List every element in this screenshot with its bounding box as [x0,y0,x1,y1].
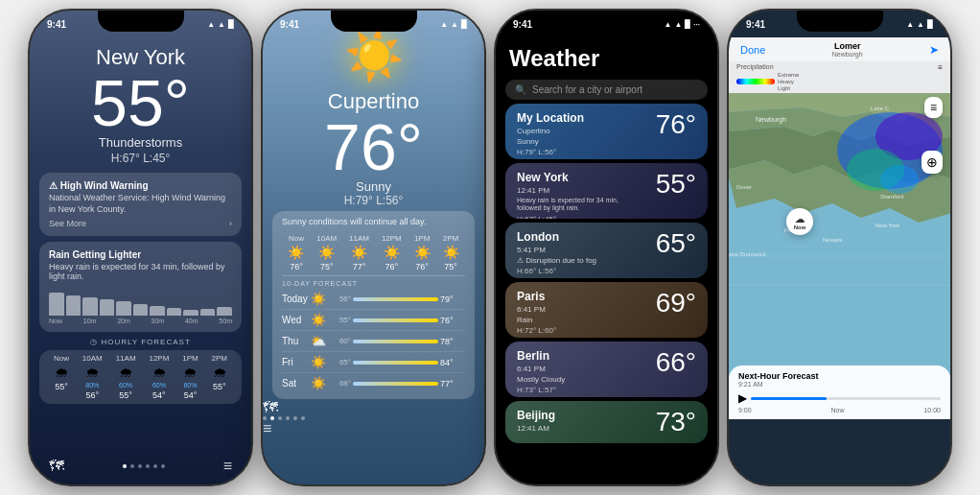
rain-chart [49,287,232,316]
forecast-row: Wed ☀️ 55° 76° [282,310,465,331]
phone1-content: New York 55° Thunderstorms H:67° L:45° ⚠… [30,11,251,484]
warning-card: ⚠ High Wind Warning National Weather Ser… [39,173,242,236]
chevron-right-icon: › [229,219,232,228]
map-header: Done Lomer Newburgh ➤ [729,37,950,61]
forecast-row: Fri ☀️ 65° 84° [282,352,465,373]
svg-text:New York: New York [875,223,900,228]
status-time-3: 9:41 [513,19,532,30]
map-area[interactable]: Newburgh Lake C. Dover Paterson Newark N… [729,93,950,419]
signal-icon-2: ▲ [440,20,448,29]
map-sublocation: Newburgh [832,51,863,58]
battery-icon-4: ▉ [927,20,933,29]
wifi-icon-2: ▲ [451,20,458,29]
rain-title: Rain Getting Lighter [49,249,232,260]
phone-new-york: 9:41 ▲ ▲ ▉ New York 55° Thunderstorms H:… [28,9,253,486]
status-icons-1: ▲ ▲ ▉ [207,20,234,29]
map-layers-button[interactable]: ⊕ [922,151,943,174]
rain-text: Heavy rain is expected for 34 min, follo… [49,262,232,281]
city-card-berlin[interactable]: Berlin 6:41 PM Mostly Cloudy 66° H:73° L… [505,342,708,397]
city-card-my-location[interactable]: My Location Cupertino Sunny 76° H:79° L:… [505,104,708,159]
precip-label: Precipitation [736,63,799,70]
phones-container: 9:41 ▲ ▲ ▉ New York 55° Thunderstorms H:… [20,1,960,494]
battery-icon-3: ▉ [685,20,690,29]
status-icons-3: ▲ ▲ ▉ ··· [664,20,700,29]
more-icon-3: ··· [693,20,700,29]
hourly-item: 2PM 🌧 55° [212,354,227,400]
svg-text:Stamford: Stamford [880,194,903,200]
status-bar-1: 9:41 ▲ ▲ ▉ [30,14,251,34]
navigation-icon[interactable]: ➤ [929,43,939,57]
page-dots-1 [123,464,165,468]
forecast-row: Sat ☀️ 68° 77° [282,373,465,393]
status-time-1: 9:41 [47,19,66,30]
hourly-row-1: Now 🌧 55° 10AM 🌧 80% 56° 11AM 🌧 60% 55° [39,350,242,404]
search-icon: 🔍 [515,84,526,95]
timeline-fill [751,397,827,400]
see-more[interactable]: See More › [49,219,232,228]
weather-list-title: Weather [496,37,717,76]
hourly-item: 11AM 🌧 60% 55° [116,354,136,400]
city-card-london[interactable]: London 5:41 PM ⚠ Disruption due to fog 6… [505,223,708,278]
precip-scale: Extreme Heavy Light [778,72,799,91]
hourly-label-1: ◷ HOURLY FORECAST [30,338,251,346]
map-controls: Precipitation Extreme Heavy Light ≡ [729,61,950,93]
city-card-new-york[interactable]: New York 12:41 PM Heavy rain is expected… [505,163,708,219]
timeline-progress-bar[interactable] [751,397,941,400]
timeline-labels: 9:00 Now 10:00 [738,407,941,413]
status-time-4: 9:41 [746,19,765,30]
battery-icon-1: ▉ [228,20,234,29]
map-layer-controls: ≡ [938,63,943,91]
battery-icon-2: ▉ [461,20,467,29]
map-done-button[interactable]: Done [740,44,765,56]
map-pin: ☁ Now [786,208,813,235]
hilo-2: H:79° L:56° [263,194,484,207]
map-icon-2[interactable]: 🗺 [263,399,278,415]
forecast-row: Thu ⛅ 60° 78° [282,331,465,352]
status-bar-2: 9:41 ▲ ▲ ▉ [263,14,484,34]
svg-text:Newark: Newark [823,237,843,243]
warning-text: National Weather Service: High Wind Warn… [49,193,232,215]
city-card-beijing[interactable]: Beijing 12:41 AM 73° [505,401,708,443]
svg-point-4 [880,165,919,194]
list-icon-1[interactable]: ≡ [223,458,232,475]
list-icon-2[interactable]: ≡ [263,420,271,436]
timeline-title: Next-Hour Forecast [738,371,819,381]
wifi-icon-3: ▲ [674,20,682,29]
hourly-scroll-2: Now ☀️ 76° 10AM ☀️ 75° 11AM ☀️ 77° [282,230,465,276]
rain-labels: Now10m20m30m40m50m [49,318,232,324]
rain-card: Rain Getting Lighter Heavy rain is expec… [39,242,242,332]
timeline-sub: 9:21 AM [738,381,819,388]
signal-icon-1: ▲ [207,20,215,29]
temp-1: 55° [30,70,251,135]
map-icon-1[interactable]: 🗺 [49,458,64,475]
city-card-paris[interactable]: Paris 6:41 PM Rain 69° H:72° L:60° [505,282,708,338]
map-list-button[interactable]: ≡ [924,97,943,118]
forecast-row: Today ☀️ 56° 79° [282,289,465,310]
condition-1: Thunderstorms [30,135,251,150]
phone4-content: Done Lomer Newburgh ➤ Precipitation Extr… [729,11,950,484]
wifi-icon-1: ▲ [218,20,225,29]
city-card-name: My Location [517,111,584,125]
status-icons-4: ▲ ▲ ▉ [906,20,933,29]
svg-text:Dover: Dover [736,184,752,190]
timeline-track[interactable]: ▶ [738,391,941,405]
hourly-item: 10AM 🌧 80% 56° [82,354,103,400]
search-placeholder: Search for a city or airport [532,84,642,95]
page-dots-2 [263,416,484,420]
bottom-bar-1: 🗺 ≡ [30,458,251,475]
daily-card: Sunny conditions will continue all day. … [272,211,475,399]
map-location: Lomer [834,41,861,51]
signal-icon-4: ▲ [906,20,914,29]
phone2-content: ☀️ Cupertino 76° Sunny H:79° L:56° Sunny… [263,11,484,484]
play-icon[interactable]: ▶ [738,391,747,405]
hourly-item: 1PM 🌧 60% 54° [182,354,198,400]
phone3-content: Weather 🔍 Search for a city or airport M… [496,11,717,484]
sun-icon-big: ☀️ [263,28,484,83]
hourly-item: Now 🌧 55° [54,354,69,400]
status-icons-2: ▲ ▲ ▉ [440,20,467,29]
wifi-icon-4: ▲ [917,20,924,29]
svg-text:Newburgh: Newburgh [756,116,786,124]
status-bar-4: 9:41 ▲ ▲ ▉ [729,14,950,34]
search-bar[interactable]: 🔍 Search for a city or airport [505,80,708,100]
phone-cupertino: 9:41 ▲ ▲ ▉ ☀️ Cupertino 76° Sunny H:79° … [261,9,486,486]
